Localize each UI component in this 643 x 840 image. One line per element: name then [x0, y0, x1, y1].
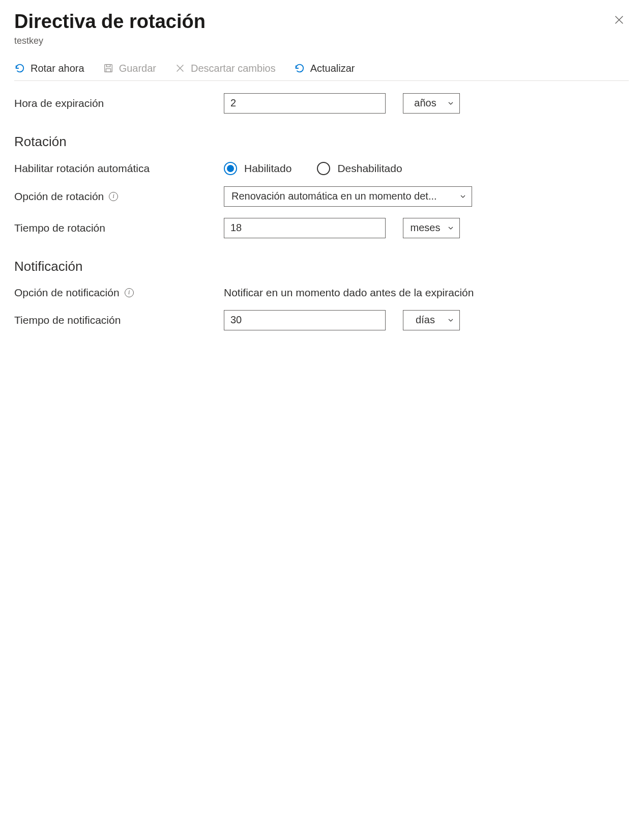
- rotation-option-select[interactable]: Renovación automática en un momento det.…: [224, 186, 472, 207]
- rotation-section-heading: Rotación: [14, 134, 629, 150]
- discard-button: Descartar cambios: [174, 63, 276, 74]
- rotate-now-button[interactable]: Rotar ahora: [14, 63, 84, 74]
- notification-option-row: Opción de notificación i Notificar en un…: [14, 287, 629, 299]
- rotation-time-input[interactable]: [224, 218, 386, 238]
- radio-enabled[interactable]: Habilitado: [224, 162, 291, 175]
- svg-rect-2: [106, 69, 110, 72]
- rotation-option-label: Opción de rotación: [14, 190, 104, 203]
- radio-disabled[interactable]: Deshabilitado: [317, 162, 402, 175]
- notification-option-value: Notificar en un momento dado antes de la…: [224, 287, 474, 299]
- expiry-time-unit-select[interactable]: años: [403, 93, 460, 114]
- notification-time-input[interactable]: [224, 310, 386, 330]
- rotation-policy-form: Hora de expiración años Rotación Habilit…: [14, 93, 629, 330]
- refresh-label: Actualizar: [310, 63, 355, 74]
- enable-auto-rotation-row: Habilitar rotación automática Habilitado…: [14, 162, 629, 175]
- notification-time-unit-select[interactable]: días: [403, 310, 460, 330]
- rotation-time-row: Tiempo de rotación meses: [14, 218, 629, 238]
- expiry-time-row: Hora de expiración años: [14, 93, 629, 114]
- save-button: Guardar: [103, 63, 156, 74]
- notification-section-heading: Notificación: [14, 259, 629, 274]
- radio-disabled-indicator: [317, 162, 330, 175]
- notification-time-row: Tiempo de notificación días: [14, 310, 629, 330]
- rotation-time-unit-select[interactable]: meses: [403, 218, 460, 238]
- toolbar: Rotar ahora Guardar Descartar cambios Ac…: [14, 63, 629, 81]
- info-icon[interactable]: i: [125, 288, 134, 297]
- radio-enabled-indicator: [224, 162, 237, 175]
- notification-option-label: Opción de notificación: [14, 287, 120, 299]
- rotation-option-row: Opción de rotación i Renovación automáti…: [14, 186, 629, 207]
- auto-rotation-radio-group: Habilitado Deshabilitado: [224, 162, 402, 175]
- info-icon[interactable]: i: [109, 192, 118, 201]
- key-name-subtitle: testkey: [14, 36, 609, 46]
- enable-auto-rotation-label: Habilitar rotación automática: [14, 162, 224, 175]
- close-button[interactable]: [609, 10, 629, 31]
- rotate-now-label: Rotar ahora: [31, 63, 84, 74]
- rotate-icon: [14, 63, 25, 74]
- rotation-time-label: Tiempo de rotación: [14, 222, 224, 234]
- expiry-time-label: Hora de expiración: [14, 97, 224, 109]
- refresh-button[interactable]: Actualizar: [294, 63, 355, 74]
- discard-label: Descartar cambios: [191, 63, 276, 74]
- expiry-time-input[interactable]: [224, 93, 386, 114]
- svg-rect-1: [106, 65, 110, 67]
- notification-time-label: Tiempo de notificación: [14, 314, 224, 326]
- save-label: Guardar: [119, 63, 156, 74]
- save-icon: [103, 63, 114, 74]
- radio-enabled-label: Habilitado: [244, 162, 291, 175]
- refresh-icon: [294, 63, 305, 74]
- radio-disabled-label: Deshabilitado: [337, 162, 402, 175]
- discard-icon: [174, 63, 186, 74]
- close-icon: [613, 14, 625, 25]
- page-title: Directiva de rotación: [14, 10, 609, 34]
- panel-header: Directiva de rotación testkey: [14, 10, 629, 46]
